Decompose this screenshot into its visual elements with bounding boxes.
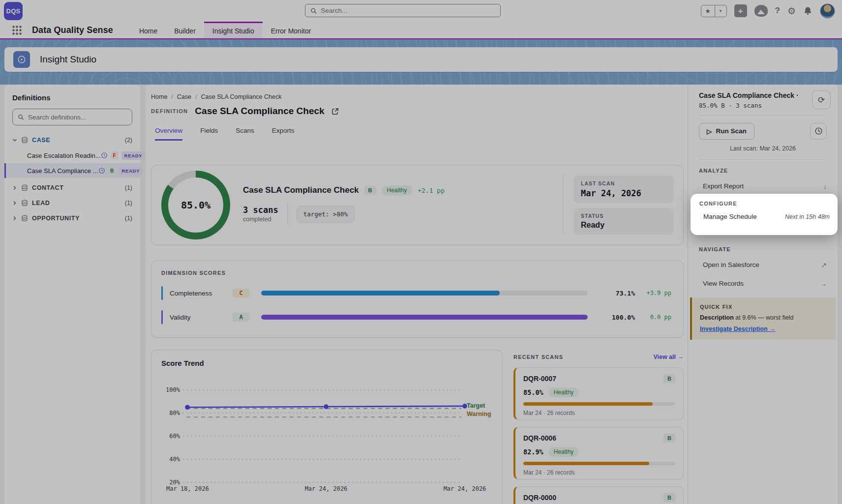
svg-text:60%: 60% — [169, 433, 180, 440]
notifications-button[interactable] — [803, 6, 812, 16]
chevron-down-icon[interactable] — [12, 138, 17, 143]
health-badge: Healthy — [548, 387, 579, 397]
tab-fields[interactable]: Fields — [200, 127, 218, 141]
global-header: DQS ★ ▾ + ? ⚙ — [0, 0, 842, 22]
definitions-search-input[interactable] — [28, 114, 127, 121]
global-search[interactable] — [305, 4, 501, 17]
nav-tab-insight-studio[interactable]: Insight Studio — [204, 22, 263, 38]
help-button[interactable]: ? — [775, 6, 780, 16]
plus-icon: + — [738, 7, 743, 15]
configure-spotlight-card: CONFIGURE Manage Schedule Next in 15h 48… — [691, 194, 838, 235]
app-name: Data Quality Sense — [32, 25, 113, 35]
score-summary-card: 85.0% Case SLA Compliance Check B Health… — [151, 165, 684, 245]
insight-studio-icon — [13, 51, 30, 68]
next-run-hint: Next in 15h 48m — [785, 213, 830, 220]
trailhead-icon[interactable] — [754, 5, 768, 17]
star-icon[interactable]: ★ — [701, 5, 715, 17]
global-search-input[interactable] — [321, 7, 495, 14]
navigate-section-label: NAVIGATE — [699, 246, 827, 252]
tab-exports[interactable]: Exports — [272, 127, 295, 141]
status-badge: READY — [121, 151, 146, 160]
sidebar-group-contact[interactable]: CONTACT (1) — [12, 180, 132, 195]
tab-scans[interactable]: Scans — [236, 127, 254, 141]
grade-badge: B — [108, 167, 116, 175]
sidebar-title: Definitions — [12, 93, 132, 102]
view-records-row[interactable]: View Records → — [699, 278, 827, 290]
tab-overview[interactable]: Overview — [155, 127, 182, 141]
recent-scans-section: RECENT SCANS View all → DQR-0007 B 85.0%… — [513, 350, 684, 504]
investigate-link[interactable]: Investigate Description → — [700, 326, 776, 332]
run-scan-button[interactable]: ▷ Run Scan — [699, 123, 754, 140]
chevron-right-icon[interactable] — [12, 216, 17, 221]
export-report-row[interactable]: Export Report ↓ — [699, 180, 827, 192]
breadcrumb-home[interactable]: Home — [151, 93, 167, 100]
object-icon — [21, 215, 28, 222]
user-avatar[interactable] — [820, 3, 835, 19]
action-rail: Case SLA Compliance Check · 85.0% B · 3 … — [688, 85, 838, 504]
nav-tab-home[interactable]: Home — [131, 22, 166, 38]
grade-badge: F — [111, 151, 119, 159]
svg-text:20%: 20% — [169, 479, 180, 486]
quick-add-button[interactable]: + — [734, 4, 747, 17]
sidebar-group-lead[interactable]: LEAD (1) — [12, 195, 132, 210]
chevron-down-icon[interactable]: ▾ — [715, 5, 726, 17]
dimension-scores-header: DIMENSION SCORES — [161, 270, 671, 276]
rail-definition-summary: 85.0% B · 3 scans — [699, 102, 827, 109]
definition-item[interactable]: Case Escalation Readin... F READY — [4, 148, 140, 163]
health-badge: Healthy — [382, 185, 413, 195]
rail-last-scan: Last scan: Mar 24, 2026 — [699, 145, 827, 160]
quick-fix-label: QUICK FIX — [700, 304, 829, 310]
bell-icon — [803, 6, 812, 16]
sidebar-group-opportunity[interactable]: OPPORTUNITY (1) — [12, 210, 132, 226]
svg-text:Mar 18, 2026: Mar 18, 2026 — [166, 485, 209, 492]
breadcrumb: Home/ Case/ Case SLA Compliance Check — [151, 93, 684, 100]
external-link-icon[interactable] — [331, 108, 339, 115]
definitions-search[interactable] — [12, 109, 132, 125]
recent-scans-header: RECENT SCANS — [513, 354, 563, 360]
view-all-link[interactable]: View all → — [653, 354, 684, 360]
definition-item-selected[interactable]: Case SLA Compliance ... B READY — [4, 163, 140, 178]
breadcrumb-case[interactable]: Case — [177, 93, 191, 100]
dimension-row-completeness: Completeness C 73.1% +3.9 pp — [161, 286, 671, 300]
schedule-history-button[interactable] — [810, 123, 827, 140]
manage-schedule-row[interactable]: Manage Schedule Next in 15h 48m — [699, 213, 830, 220]
search-icon — [310, 7, 317, 14]
chevron-right-icon[interactable] — [12, 185, 17, 190]
scan-card[interactable]: DQR-0006 B 82.9% Healthy Mar 24 · 26 rec… — [513, 427, 684, 479]
main-panel: Home/ Case/ Case SLA Compliance Check DE… — [146, 85, 838, 504]
page-title: Insight Studio — [40, 54, 96, 65]
search-icon — [18, 114, 24, 120]
object-icon — [21, 184, 28, 191]
grade-badge: B — [663, 434, 675, 443]
score-value: 85.0% — [161, 171, 230, 239]
scan-count: 3 scans — [243, 205, 278, 215]
app-launcher-icon[interactable] — [12, 26, 22, 35]
quick-fix-text: Description at 9.6% — worst field — [700, 314, 829, 321]
status-badge: READY — [119, 167, 143, 175]
svg-text:80%: 80% — [169, 410, 180, 416]
refresh-button[interactable]: ⟳ — [812, 90, 831, 109]
favorites-button[interactable]: ★ ▾ — [701, 5, 727, 17]
svg-text:Mar 24, 2026: Mar 24, 2026 — [444, 485, 486, 492]
clock-icon — [98, 167, 105, 174]
score-trend-card: Score Trend 100%80%60%40%20%TargetWarnin… — [151, 350, 503, 504]
nav-tab-error-monitor[interactable]: Error Monitor — [263, 22, 320, 38]
detail-tabs: Overview Fields Scans Exports — [151, 127, 684, 141]
scan-card[interactable]: DQR-0007 B 85.0% Healthy Mar 24 · 26 rec… — [513, 367, 684, 420]
setup-button[interactable]: ⚙ — [787, 5, 796, 17]
chevron-right-icon[interactable] — [12, 201, 17, 206]
arrow-right-icon: → — [820, 280, 827, 288]
nav-tab-builder[interactable]: Builder — [166, 22, 204, 38]
svg-text:40%: 40% — [169, 456, 180, 463]
dimension-row-validity: Validity A 100.0% 0.0 pp — [161, 310, 671, 324]
score-donut: 85.0% — [161, 171, 230, 239]
score-trend-chart: 100%80%60%40%20%TargetWarningMar 18, 202… — [158, 372, 503, 499]
scan-card[interactable]: DQR-0000 B — [513, 486, 684, 504]
score-delta: +2.1 pp — [418, 187, 445, 194]
open-in-salesforce-row[interactable]: Open in Salesforce ↗ — [699, 259, 827, 271]
configure-section-label: CONFIGURE — [699, 201, 830, 207]
sidebar-group-case[interactable]: CASE (2) — [12, 132, 132, 148]
app-logo[interactable]: DQS — [4, 2, 23, 20]
dimension-grade: A — [233, 313, 249, 322]
clock-icon — [101, 152, 108, 159]
